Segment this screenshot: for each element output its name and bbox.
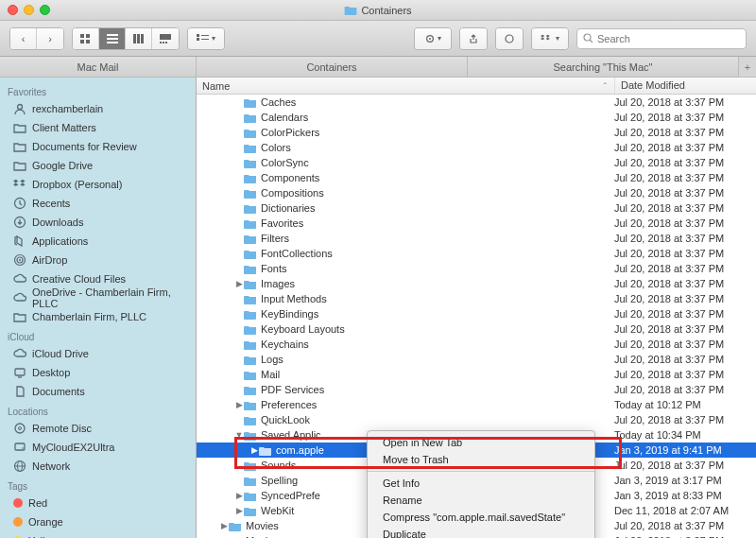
sidebar-item[interactable]: Google Drive — [0, 156, 196, 175]
sidebar-item[interactable]: Downloads — [0, 213, 196, 232]
file-row[interactable]: FiltersJul 20, 2018 at 3:37 PM — [197, 231, 756, 246]
disclosure-triangle[interactable]: ▼ — [234, 430, 244, 440]
sidebar-item[interactable]: rexchamberlain — [0, 99, 196, 118]
menu-item[interactable]: Open in New Tab — [368, 434, 594, 451]
sidebar-item[interactable]: Applications — [0, 232, 196, 251]
file-name: Favorites — [261, 217, 614, 229]
sidebar-item[interactable]: Documents for Review — [0, 137, 196, 156]
list-view-button[interactable] — [99, 28, 126, 49]
file-row[interactable]: LogsJul 20, 2018 at 3:37 PM — [197, 352, 756, 367]
file-row[interactable]: ColorPickersJul 20, 2018 at 3:37 PM — [197, 125, 756, 140]
search-input[interactable] — [597, 33, 740, 44]
maximize-button[interactable] — [40, 5, 50, 15]
close-button[interactable] — [8, 5, 18, 15]
folder-icon — [244, 324, 257, 335]
file-row[interactable]: ▶ImagesJul 20, 2018 at 3:37 PM — [197, 276, 756, 291]
disclosure-triangle[interactable]: ▶ — [219, 521, 229, 530]
gallery-view-button[interactable] — [152, 28, 179, 49]
file-row[interactable]: FavoritesJul 20, 2018 at 3:37 PM — [197, 216, 756, 231]
file-name: Input Methods — [261, 293, 614, 304]
menu-item[interactable]: Compress "com.apple.mail.savedState" — [368, 509, 594, 526]
sidebar-item-label: Desktop — [32, 367, 70, 378]
file-row[interactable]: PDF ServicesJul 20, 2018 at 3:37 PM — [197, 382, 756, 397]
new-tab-button[interactable]: + — [739, 57, 756, 77]
minimize-button[interactable] — [24, 5, 34, 15]
disclosure-triangle[interactable]: ▶ — [234, 491, 244, 500]
cloud-icon — [13, 272, 26, 286]
svg-rect-32 — [15, 443, 25, 450]
arrange-button[interactable]: ▾ — [188, 28, 224, 49]
file-row[interactable]: FontCollectionsJul 20, 2018 at 3:37 PM — [197, 246, 756, 261]
file-row[interactable]: ColorsJul 20, 2018 at 3:37 PM — [197, 140, 756, 155]
column-name[interactable]: Name⌃ — [197, 78, 614, 94]
sidebar-item[interactable]: Yellow — [0, 531, 196, 538]
file-row[interactable]: ColorSyncJul 20, 2018 at 3:37 PM — [197, 155, 756, 170]
file-row[interactable]: KeychainsJul 20, 2018 at 3:37 PM — [197, 337, 756, 352]
icon-view-button[interactable] — [73, 28, 99, 49]
disclosure-triangle[interactable]: ▶ — [234, 506, 244, 515]
sidebar-item[interactable]: AirDrop — [0, 251, 196, 269]
menu-item[interactable]: Duplicate — [368, 526, 594, 538]
file-row[interactable]: ComponentsJul 20, 2018 at 3:37 PM — [197, 170, 756, 185]
download-icon — [13, 216, 26, 229]
sidebar-section-header: iCloud — [0, 326, 196, 344]
file-date: Jul 20, 2018 at 3:37 PM — [614, 172, 756, 183]
folder-icon — [244, 203, 257, 214]
file-row[interactable]: ▶PreferencesToday at 10:12 PM — [197, 397, 756, 412]
dropbox-button[interactable]: ▾ — [532, 28, 568, 49]
svg-point-28 — [19, 259, 21, 261]
sidebar-item[interactable]: Orange — [0, 512, 196, 531]
file-row[interactable]: CalendarsJul 20, 2018 at 3:37 PM — [197, 110, 756, 125]
menu-item[interactable]: Move to Trash — [368, 451, 594, 468]
sidebar-item[interactable]: OneDrive - Chamberlain Firm, PLLC — [0, 288, 196, 307]
tab-search[interactable]: Searching "This Mac" — [468, 57, 739, 77]
disclosure-triangle[interactable]: ▶ — [234, 400, 244, 409]
back-button[interactable]: ‹ — [10, 28, 37, 49]
file-name: Caches — [261, 96, 614, 108]
folder-icon — [244, 400, 257, 410]
forward-button[interactable]: › — [37, 28, 63, 49]
disclosure-triangle[interactable]: ▶ — [249, 445, 259, 455]
svg-point-23 — [18, 105, 23, 110]
sidebar-item[interactable]: iCloud Drive — [0, 344, 196, 363]
file-name: Mail — [261, 369, 614, 380]
file-row[interactable]: Input MethodsJul 20, 2018 at 3:37 PM — [197, 291, 756, 306]
sidebar-item[interactable]: Recents — [0, 194, 196, 213]
file-row[interactable]: CompositionsJul 20, 2018 at 3:37 PM — [197, 185, 756, 200]
sidebar-item[interactable]: Documents — [0, 382, 196, 401]
column-view-button[interactable] — [126, 28, 152, 49]
menu-item[interactable]: Get Info — [368, 475, 594, 492]
sidebar-item[interactable]: Red — [0, 494, 196, 512]
file-row[interactable]: QuickLookJul 20, 2018 at 3:37 PM — [197, 412, 756, 427]
folder-icon — [244, 294, 257, 304]
sidebar-item[interactable]: Creative Cloud Files — [0, 269, 196, 288]
folder-icon — [244, 355, 257, 365]
file-row[interactable]: KeyBindingsJul 20, 2018 at 3:37 PM — [197, 306, 756, 321]
file-name: Compositions — [261, 187, 614, 199]
search-field[interactable] — [576, 28, 747, 49]
file-row[interactable]: FontsJul 20, 2018 at 3:37 PM — [197, 261, 756, 276]
sidebar-item[interactable]: Dropbox (Personal) — [0, 175, 196, 194]
disclosure-triangle[interactable]: ▶ — [234, 279, 244, 288]
file-row[interactable]: Keyboard LayoutsJul 20, 2018 at 3:37 PM — [197, 321, 756, 337]
tab-containers[interactable]: Containers — [197, 57, 468, 77]
file-row[interactable]: MailJul 20, 2018 at 3:37 PM — [197, 367, 756, 382]
sidebar-item[interactable]: Chamberlain Firm, PLLC — [0, 307, 196, 326]
folder-icon — [244, 143, 257, 153]
column-date[interactable]: Date Modified — [614, 78, 756, 94]
sidebar-item[interactable]: MyCloudEX2Ultra — [0, 438, 196, 457]
sidebar-item[interactable]: Desktop — [0, 363, 196, 382]
tab-mac-mail[interactable]: Mac Mail — [0, 57, 197, 77]
sidebar-item[interactable]: Network — [0, 457, 196, 476]
file-row[interactable]: CachesJul 20, 2018 at 3:37 PM — [197, 95, 756, 110]
menu-item[interactable]: Rename — [368, 492, 594, 509]
sidebar-item[interactable]: Remote Disc — [0, 419, 196, 438]
file-date: Jul 20, 2018 at 3:37 PM — [614, 384, 756, 395]
sidebar-item[interactable]: Client Matters — [0, 118, 196, 137]
svg-point-33 — [22, 447, 24, 449]
share-button[interactable] — [460, 28, 487, 49]
file-row[interactable]: DictionariesJul 20, 2018 at 3:37 PM — [197, 200, 756, 216]
column-headers: Name⌃ Date Modified — [197, 78, 756, 95]
action-button[interactable]: ▾ — [415, 28, 451, 49]
tags-button[interactable] — [496, 28, 523, 49]
